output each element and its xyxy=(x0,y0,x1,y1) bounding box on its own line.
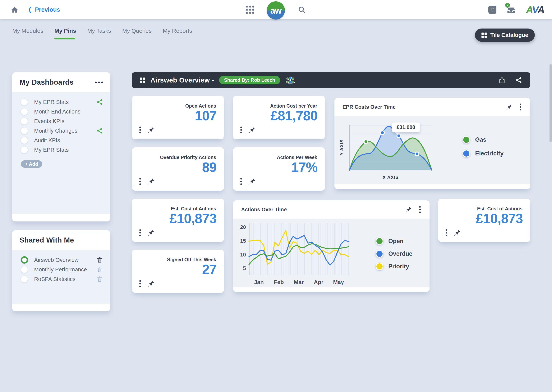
pin-icon[interactable] xyxy=(147,280,155,287)
svg-text:Apr: Apr xyxy=(314,279,323,285)
scrollbar-track[interactable] xyxy=(549,0,552,392)
my-dashboards-title: My Dashboards xyxy=(20,78,74,86)
main-tabs: My Modules My Pins My Tasks My Queries M… xyxy=(12,28,192,39)
legend-dot-open xyxy=(376,237,383,245)
scrollbar-thumb[interactable] xyxy=(550,64,552,142)
epr-area-chart xyxy=(349,125,432,170)
share-icon[interactable] xyxy=(515,77,523,84)
share-icon[interactable] xyxy=(96,127,103,134)
tile-menu-icon[interactable] xyxy=(138,126,142,134)
dashboard-header: Airsweb Overview - Shared By: Rob Leech xyxy=(132,72,530,88)
my-dashboards-body: My EPR Stats Month End Actions Events KP… xyxy=(12,92,110,214)
search-icon[interactable] xyxy=(298,6,306,14)
stat-tile-est-cost: Est. Cost of Actions £10,873 xyxy=(132,199,224,242)
share-icon[interactable] xyxy=(96,99,103,105)
epr-chart-body: Y AXIS X AXIS £31,000 Gas Electricity xyxy=(334,116,530,184)
dashboard-radio[interactable] xyxy=(21,146,28,154)
tab-my-queries[interactable]: My Queries xyxy=(122,28,152,39)
dashboard-radio[interactable] xyxy=(21,98,28,106)
tile-menu-icon[interactable] xyxy=(519,103,522,111)
epr-chart-title: EPR Costs Over Time xyxy=(342,104,396,110)
trash-icon[interactable] xyxy=(96,276,103,282)
pin-icon[interactable] xyxy=(147,229,155,237)
previous-link[interactable]: ❬ Previous xyxy=(27,6,60,13)
legend-dot-gas xyxy=(463,136,470,144)
dashboard-item: Month End Actions xyxy=(21,107,103,116)
legend-dot-overdue xyxy=(376,250,383,258)
tile-catalogue-button[interactable]: Tile Catalogue xyxy=(475,28,535,42)
stat-tile-action-cost: Action Cost per Year £81,780 xyxy=(233,96,325,139)
svg-text:May: May xyxy=(333,279,344,285)
chevron-left-icon: ❬ xyxy=(27,6,33,13)
epr-y-axis-label: Y AXIS xyxy=(339,125,344,170)
tab-my-modules[interactable]: My Modules xyxy=(12,28,43,39)
actions-over-time-tile: Actions Over Time 2015105JanFebMarAprMay… xyxy=(233,200,429,292)
epr-legend: Gas Electricity xyxy=(463,136,503,157)
epr-costs-tile: EPR Costs Over Time Y AXIS X AXIS £31,00… xyxy=(334,98,530,189)
shared-radio-selected[interactable] xyxy=(21,256,28,264)
tab-my-reports[interactable]: My Reports xyxy=(163,28,192,39)
tab-my-tasks[interactable]: My Tasks xyxy=(87,28,111,39)
stat-tile-overdue-priority: Overdue Priority Actions 89 xyxy=(132,147,224,191)
inbox-icon[interactable]: 2 xyxy=(506,5,516,14)
pin-icon[interactable] xyxy=(405,206,412,213)
export-icon[interactable] xyxy=(498,77,506,84)
trash-icon[interactable] xyxy=(96,257,103,263)
people-icon xyxy=(286,76,295,84)
dashboard-radio[interactable] xyxy=(21,108,28,115)
my-dashboards-card: My Dashboards My EPR Stats Month End Act… xyxy=(12,72,110,221)
shared-radio[interactable] xyxy=(21,275,28,283)
tile-menu-icon[interactable] xyxy=(138,229,142,237)
shared-radio[interactable] xyxy=(21,266,28,273)
tile-menu-icon[interactable] xyxy=(445,229,448,237)
shared-item: Airsweb Overview xyxy=(21,255,103,265)
shared-by-badge: Shared By: Rob Leech xyxy=(219,76,280,84)
tile-menu-icon[interactable] xyxy=(240,126,243,134)
notification-badge: 2 xyxy=(505,3,510,8)
dashboard-radio[interactable] xyxy=(21,137,28,144)
pin-icon[interactable] xyxy=(147,178,155,185)
svg-text:Mar: Mar xyxy=(294,279,304,285)
home-icon[interactable] xyxy=(11,6,18,14)
filter-icon[interactable] xyxy=(488,6,496,14)
top-bar: ❬ Previous aw 2 AVA xyxy=(0,0,552,19)
stat-tile-open-actions: Open Actions 107 xyxy=(132,96,224,139)
pin-icon[interactable] xyxy=(248,126,256,134)
actions-chart-body: 2015105JanFebMarAprMay Open Overdue Prio… xyxy=(233,219,429,287)
svg-text:5: 5 xyxy=(243,266,246,271)
svg-text:Feb: Feb xyxy=(274,279,284,285)
ava-brand-logo: AVA xyxy=(526,4,544,15)
pin-icon[interactable] xyxy=(248,178,256,185)
tab-my-pins[interactable]: My Pins xyxy=(54,28,76,39)
trash-icon[interactable] xyxy=(96,266,103,273)
tile-menu-icon[interactable] xyxy=(138,280,142,288)
svg-text:20: 20 xyxy=(240,224,246,230)
dashboards-menu-icon[interactable] xyxy=(95,82,103,83)
dashboard-title: Airsweb Overview - xyxy=(151,76,214,84)
legend-dot-electricity xyxy=(463,150,470,157)
chart-tooltip: £31,000 xyxy=(392,123,420,132)
apps-grid-icon[interactable] xyxy=(246,6,254,14)
dashboard-item: My EPR Stats xyxy=(21,145,103,155)
tile-menu-icon[interactable] xyxy=(240,177,243,186)
shared-with-me-body: Airsweb Overview Monthly Performance RoS… xyxy=(12,250,110,304)
shared-item: RoSPA Statistics xyxy=(21,274,103,284)
actions-chart-title: Actions Over Time xyxy=(241,207,287,213)
svg-text:15: 15 xyxy=(240,238,246,244)
dashboard-radio[interactable] xyxy=(21,118,28,125)
stat-tile-est-cost-2: Est. Cost of Actions £10,873 xyxy=(438,199,530,242)
actions-line-chart: 2015105JanFebMarAprMay xyxy=(238,221,360,288)
actions-legend: Open Overdue Priority xyxy=(376,237,413,270)
dashboard-radio[interactable] xyxy=(21,127,28,134)
stat-tile-actions-per-week: Actions Per Week 17% xyxy=(233,147,325,191)
tile-menu-icon[interactable] xyxy=(418,205,421,214)
shared-with-me-card: Shared With Me Airsweb Overview Monthly … xyxy=(12,230,110,311)
tiles-grid-icon xyxy=(481,33,487,38)
pin-icon[interactable] xyxy=(506,104,513,111)
tile-menu-icon[interactable] xyxy=(138,177,142,186)
pin-icon[interactable] xyxy=(147,126,155,134)
add-dashboard-button[interactable]: + Add xyxy=(21,161,42,168)
epr-x-axis-label: X AXIS xyxy=(349,175,432,180)
airsweb-logo[interactable]: aw xyxy=(267,1,285,20)
pin-icon[interactable] xyxy=(453,229,461,237)
